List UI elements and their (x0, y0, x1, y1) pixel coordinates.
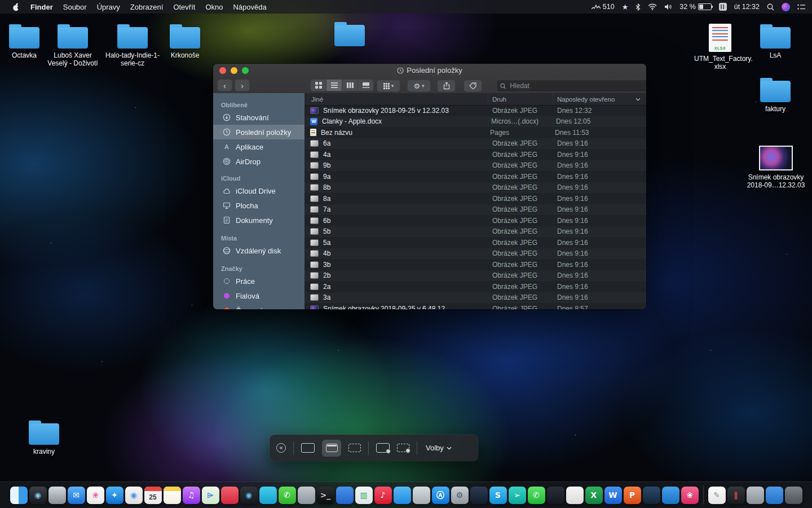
dock-dictionary-icon[interactable] (336, 487, 354, 504)
dock-reminders-icon[interactable] (221, 487, 239, 504)
file-row-clanky-apple-docx[interactable]: Clanky - Apple.docxMicros…(.docx)Dnes 12… (304, 116, 646, 128)
back-button[interactable]: ‹ (217, 79, 232, 91)
dock-trash-icon[interactable] (785, 487, 802, 504)
sidebar-item-posledni-polozky[interactable]: Poslední položky (213, 125, 304, 139)
forward-button[interactable]: › (235, 79, 250, 91)
dock-terminal-icon[interactable]: >_ (317, 487, 334, 504)
menu-otevrit[interactable]: Otevřít (168, 3, 200, 11)
sidebar-item-aplikace[interactable]: AAplikace (213, 139, 304, 154)
file-row-9b[interactable]: 9bObrázek JPEGDnes 9:16 (304, 160, 646, 172)
desktop-icon-utm[interactable]: XLSXUTM_Text_Factory. xlsx (694, 24, 746, 71)
sidebar-item-vzdaleny-disk[interactable]: Vzdálený disk (213, 243, 304, 258)
dock-calendar-icon[interactable]: 25 (144, 487, 162, 504)
wifi-icon[interactable] (648, 3, 657, 10)
dock-system-preferences-icon[interactable]: ⚙ (451, 487, 469, 504)
desktop-icon-kraviny[interactable]: kraviny (20, 420, 68, 456)
group-by-button[interactable]: ▾ (377, 80, 400, 92)
dock-chess-icon[interactable] (298, 487, 315, 504)
sidebar-item-prace[interactable]: Práce (213, 274, 304, 288)
apple-menu-icon[interactable] (7, 3, 25, 11)
volume-icon[interactable] (664, 3, 672, 10)
file-row-5b[interactable]: 5bObrázek JPEGDnes 9:16 (304, 226, 646, 238)
menu-finder[interactable]: Finder (25, 3, 58, 11)
menu-bar-clock[interactable]: út 12:32 (734, 3, 760, 11)
options-button[interactable]: Volby (426, 444, 452, 452)
dock-messages-icon[interactable] (259, 487, 277, 504)
dock-finder-icon[interactable] (10, 487, 28, 504)
dock-firefox-icon[interactable] (643, 487, 660, 504)
dock-onyx-icon[interactable] (547, 487, 564, 504)
file-row-7a[interactable]: 7aObrázek JPEGDnes 9:16 (304, 204, 646, 216)
dock-whatsapp-icon[interactable]: ✆ (528, 487, 545, 504)
star-menu-icon[interactable]: ★ (622, 3, 629, 11)
dock-itunes-icon[interactable]: ♫ (183, 487, 200, 504)
desktop-icon-lubos[interactable]: Luboš Xaver Veselý - Doživotí (47, 24, 99, 68)
desktop-icon-halo[interactable]: Halo-tady-Indie-1- serie-cz (105, 24, 160, 68)
menu-zobrazeni[interactable]: Zobrazení (125, 3, 169, 11)
share-button[interactable] (437, 80, 456, 92)
dock-numbers-icon[interactable]: ▥ (355, 487, 373, 504)
bluetooth-icon[interactable] (636, 3, 641, 11)
dock-excel-icon[interactable]: X (585, 487, 603, 504)
sidebar-item-stahovani[interactable]: Stahování (213, 110, 304, 125)
dock-flower-app-icon[interactable]: ❀ (681, 487, 699, 504)
close-screenshot-toolbar-button[interactable]: ✕ (276, 443, 286, 453)
file-row-6a[interactable]: 6aObrázek JPEGDnes 9:16 (304, 138, 646, 150)
dock-quicktime-icon[interactable] (470, 487, 488, 504)
file-row-8b[interactable]: 8bObrázek JPEGDnes 9:16 (304, 182, 646, 194)
dock-launchpad-icon[interactable] (48, 487, 66, 504)
dock-textedit-icon[interactable]: ✎ (708, 487, 726, 504)
file-row-8a[interactable]: 8aObrázek JPEGDnes 9:16 (304, 193, 646, 204)
gallery-view-button[interactable] (358, 79, 374, 91)
dock-safari-icon[interactable]: ✦ (106, 487, 123, 504)
file-row-9a[interactable]: 9aObrázek JPEGDnes 9:16 (304, 171, 646, 182)
file-row-4b[interactable]: 4bObrázek JPEGDnes 9:16 (304, 248, 646, 260)
menu-napoveda[interactable]: Nápověda (228, 3, 271, 11)
column-header-kind[interactable]: Druh (488, 96, 553, 103)
sidebar-item-plocha[interactable]: Plocha (213, 198, 304, 213)
dock-keyboard-icon[interactable] (747, 487, 764, 504)
desktop-icon-octavka[interactable]: Octavka (3, 24, 46, 59)
sidebar-item-airdrop[interactable]: AirDrop (213, 154, 304, 169)
dock-docker-icon[interactable] (662, 487, 679, 504)
sidebar-item-cervena[interactable]: Červená (213, 303, 304, 309)
dock-chrome-icon[interactable]: ◉ (125, 487, 143, 504)
file-row-3a[interactable]: 3aObrázek JPEGDnes 9:16 (304, 292, 646, 304)
dock-skype-icon[interactable]: S (489, 487, 507, 504)
desktop-icon-krkonose[interactable]: Krkonoše (161, 24, 209, 59)
dock-photos-icon[interactable]: ❀ (87, 487, 104, 504)
capture-entire-screen-icon[interactable] (301, 443, 315, 453)
dock-maps-icon[interactable]: ⌲ (202, 487, 219, 504)
desktop-icon-faktury[interactable]: faktury (751, 77, 800, 113)
dock-siri-icon[interactable]: ◉ (29, 487, 47, 504)
capture-window-selected[interactable] (322, 440, 341, 457)
action-menu-button[interactable]: ⚙ ▾ (407, 80, 431, 92)
record-selection-icon[interactable] (397, 444, 409, 452)
file-row-snimek-obrazovky-2018-09-25-v-12-32-03[interactable]: Snímek obrazovky 2018-09-25 v 12.32.03Ob… (304, 105, 646, 116)
icon-view-button[interactable] (310, 79, 326, 91)
dock-powerpoint-icon[interactable]: P (624, 487, 641, 504)
capture-selection-icon[interactable] (348, 444, 361, 452)
file-row-2a[interactable]: 2aObrázek JPEGDnes 9:16 (304, 281, 646, 292)
file-row-3b[interactable]: 3bObrázek JPEGDnes 9:16 (304, 259, 646, 270)
file-row-5a[interactable]: 5aObrázek JPEGDnes 9:16 (304, 237, 646, 248)
dock-app-store-icon[interactable]: Ⓐ (432, 487, 449, 504)
search-field[interactable] (496, 80, 646, 92)
dock-photo-booth-icon[interactable]: ◉ (240, 487, 258, 504)
search-input[interactable] (509, 81, 646, 90)
list-view-button[interactable] (326, 79, 342, 91)
file-row-2b[interactable]: 2bObrázek JPEGDnes 9:16 (304, 270, 646, 282)
desktop-icon-center-folder[interactable] (325, 21, 374, 46)
edit-tags-button[interactable] (464, 80, 482, 92)
dock-mail-icon[interactable]: ✉ (68, 487, 85, 504)
menu-soubor[interactable]: Soubor (58, 3, 92, 11)
dock-notes-icon[interactable] (164, 487, 181, 504)
sidebar-item-dokumenty[interactable]: Dokumenty (213, 213, 304, 227)
desktop-icon-snimek[interactable]: Snímek obrazovky 2018-09…12.32.03 (744, 146, 807, 190)
sidebar-item-icloud-drive[interactable]: iCloud Drive (213, 183, 304, 198)
dock-twitter-icon[interactable] (394, 487, 411, 504)
dock-word-icon[interactable]: W (604, 487, 622, 504)
dock-parallels-icon[interactable]: ∥ (727, 487, 745, 504)
file-row-bez-nazvu[interactable]: Bez názvuPagesDnes 11:53 (304, 127, 646, 138)
dock-preview-icon[interactable] (413, 487, 430, 504)
